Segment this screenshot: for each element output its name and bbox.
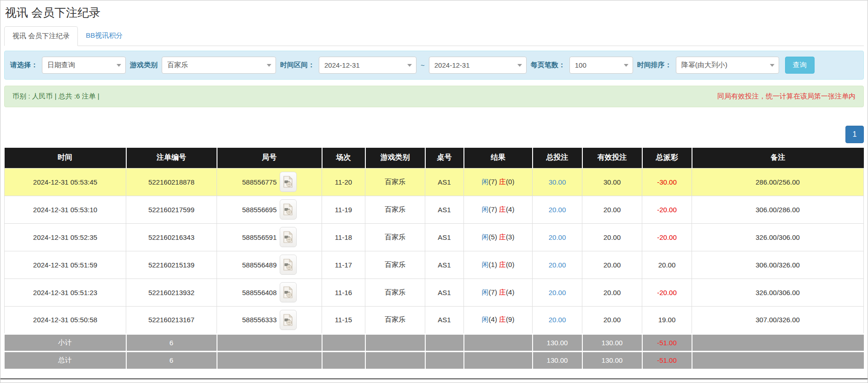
footer-empty-cell	[365, 334, 425, 351]
footer-empty-cell	[217, 351, 322, 369]
session-cell: 11-16	[322, 279, 365, 306]
total-bet-link[interactable]: 20.00	[549, 316, 566, 324]
video-replay-button[interactable]	[280, 199, 297, 220]
player-result-score: (5)	[489, 233, 499, 241]
player-result-score: (1)	[489, 261, 499, 268]
valid-bet-cell: 20.00	[582, 196, 642, 223]
page-size-select[interactable]: 100	[569, 57, 633, 74]
total-bet-cell: 20.00	[533, 223, 582, 251]
tab-video-bet-records[interactable]: 视讯 会员下注纪录	[4, 26, 78, 46]
player-result-label: 闲	[482, 178, 489, 186]
tab-label: 视讯 会员下注纪录	[12, 32, 70, 41]
sort-order-select[interactable]: 降幂(由大到小)	[676, 57, 779, 74]
time-cell: 2024-12-31 05:53:45	[5, 168, 126, 196]
total-bet-link[interactable]: 20.00	[549, 261, 566, 269]
footer-empty-cell	[425, 351, 464, 369]
table-no-cell: AS1	[425, 251, 464, 279]
page-1-button[interactable]: 1	[845, 126, 864, 143]
date-type-select[interactable]: 日期查询	[42, 57, 126, 74]
header-bet-no: 注单编号	[126, 148, 217, 168]
total-bet-link[interactable]: 20.00	[549, 233, 566, 241]
video-replay-button[interactable]	[280, 282, 297, 302]
round-no-cell: 588556489	[217, 251, 322, 279]
round-no-wrap: 588556489	[242, 255, 296, 275]
table-no-cell: AS1	[425, 306, 464, 334]
header-session: 场次	[322, 148, 365, 168]
caret-down-icon	[117, 64, 121, 67]
header-remark: 备注	[692, 148, 864, 168]
footer-empty-cell	[425, 334, 464, 351]
choose-label: 请选择：	[10, 61, 38, 70]
round-no-wrap: 588556775	[242, 172, 296, 192]
time-cell: 2024-12-31 05:51:59	[5, 251, 126, 279]
video-replay-button[interactable]	[280, 310, 297, 330]
footer-count-cell: 6	[126, 351, 217, 369]
footer-payout-cell: -51.00	[642, 351, 692, 369]
bet-no-cell: 522160217599	[126, 196, 217, 223]
banker-result-score: (3)	[506, 233, 514, 241]
total-bet-cell: 20.00	[533, 196, 582, 223]
bet-no-cell: 522160213932	[126, 279, 217, 306]
table-no-cell: AS1	[425, 279, 464, 306]
time-cell: 2024-12-31 05:53:10	[5, 196, 126, 223]
tab-bar: 视讯 会员下注纪录 BB视讯积分	[4, 26, 864, 46]
header-game-type: 游戏类别	[365, 148, 425, 168]
payout-cell: 20.00	[642, 251, 692, 279]
session-cell: 11-19	[322, 196, 365, 223]
remark-cell: 306.00/326.00	[692, 251, 864, 279]
caret-down-icon	[517, 64, 522, 67]
header-time: 时间	[5, 148, 126, 168]
time-cell: 2024-12-31 05:51:23	[5, 279, 126, 306]
player-result-label: 闲	[482, 233, 489, 241]
time-cell: 2024-12-31 05:52:35	[5, 223, 126, 251]
grandtotal-row: 总计6130.00130.00-51.00	[5, 351, 864, 369]
table-row[interactable]: 2024-12-31 05:51:23522160213932588556408…	[5, 279, 864, 306]
total-bet-cell: 20.00	[533, 251, 582, 279]
video-replay-button[interactable]	[280, 227, 297, 247]
caret-down-icon	[267, 64, 271, 67]
banker-result-label: 庄	[499, 315, 506, 323]
video-replay-button[interactable]	[280, 172, 297, 192]
page: 视讯 会员下注纪录 视讯 会员下注纪录 BB视讯积分 请选择： 日期查询 游戏类…	[0, 0, 868, 383]
date-type-value: 日期查询	[47, 61, 75, 70]
table-row[interactable]: 2024-12-31 05:53:10522160217599588556695…	[5, 196, 864, 223]
round-no-cell: 588556333	[217, 306, 322, 334]
records-table: 时间注单编号局号场次游戏类别桌号结果总投注有效投注总派彩备注 2024-12-3…	[4, 148, 864, 369]
total-bet-link[interactable]: 20.00	[549, 206, 566, 214]
total-bet-link[interactable]: 20.00	[549, 289, 566, 296]
banker-result-label: 庄	[499, 233, 506, 241]
total-bet-link[interactable]: 30.00	[549, 178, 566, 186]
game-type-cell: 百家乐	[365, 279, 425, 306]
footer-count-cell: 6	[126, 334, 217, 351]
game-type-select[interactable]: 百家乐	[162, 57, 276, 74]
result-cell: 闲(7) 庄(4)	[464, 196, 533, 223]
table-row[interactable]: 2024-12-31 05:50:58522160213167588556333…	[5, 306, 864, 334]
filter-bar: 请选择： 日期查询 游戏类别 百家乐 时间区间： 2024-12-31 ~ 20…	[4, 51, 864, 80]
table-row[interactable]: 2024-12-31 05:51:59522160215139588556489…	[5, 251, 864, 279]
table-no-cell: AS1	[425, 168, 464, 196]
page-title: 视讯 会员下注纪录	[4, 0, 864, 26]
total-bet-cell: 30.00	[533, 168, 582, 196]
video-replay-button[interactable]	[280, 255, 297, 275]
time-cell: 2024-12-31 05:50:58	[5, 306, 126, 334]
table-row[interactable]: 2024-12-31 05:53:45522160218878588556775…	[5, 168, 864, 196]
banker-result-score: (0)	[506, 261, 514, 268]
date-from-input[interactable]: 2024-12-31	[319, 57, 416, 74]
page-size-label: 每页笔数：	[531, 61, 565, 70]
result-cell: 闲(1) 庄(0)	[464, 251, 533, 279]
date-to-input[interactable]: 2024-12-31	[429, 57, 527, 74]
valid-bet-cell: 20.00	[582, 279, 642, 306]
round-no-cell: 588556408	[217, 279, 322, 306]
tab-label: BB视讯积分	[86, 31, 123, 40]
remark-cell: 326.00/306.00	[692, 223, 864, 251]
player-result-label: 闲	[482, 315, 489, 323]
player-result-score: (7)	[489, 205, 499, 213]
table-row[interactable]: 2024-12-31 05:52:35522160216343588556591…	[5, 223, 864, 251]
query-button[interactable]: 查询	[785, 57, 815, 74]
table-foot: 小计6130.00130.00-51.00总计6130.00130.00-51.…	[5, 334, 864, 369]
tab-bb-video-points[interactable]: BB视讯积分	[78, 26, 130, 46]
game-type-cell: 百家乐	[365, 168, 425, 196]
header-total-bet: 总投注	[533, 148, 582, 168]
footer-payout-cell: -51.00	[642, 334, 692, 351]
bet-no-cell: 522160218878	[126, 168, 217, 196]
